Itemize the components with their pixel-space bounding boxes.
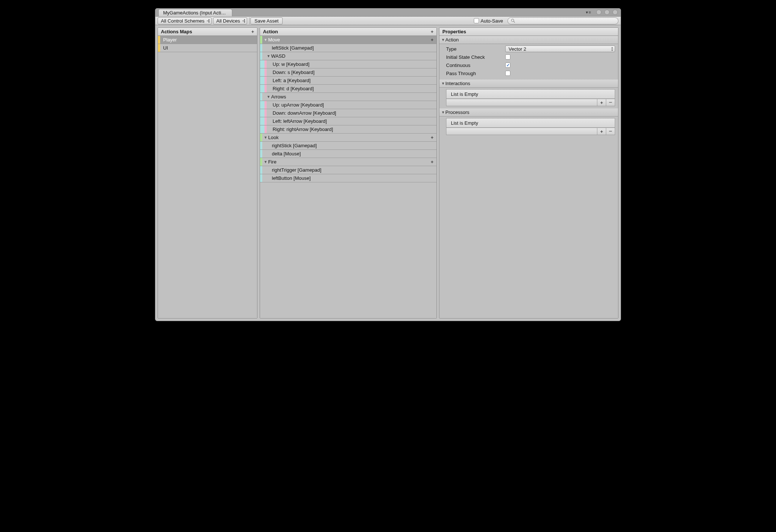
binding-row[interactable]: rightTrigger [Gamepad] xyxy=(260,166,436,174)
add-action-map-button[interactable]: + xyxy=(250,29,255,34)
pass-through-checkbox[interactable] xyxy=(505,71,510,76)
composite-label: WASD xyxy=(271,53,286,59)
color-bar xyxy=(260,44,262,52)
interactions-label: Interactions xyxy=(445,81,470,86)
action-foldout[interactable]: Action xyxy=(439,36,618,44)
composite-part-row[interactable]: Up: w [Keyboard] xyxy=(260,60,436,68)
actions-pane: Action + Move+leftStick [Gamepad]WASDUp:… xyxy=(260,27,437,319)
remove-interaction-button[interactable]: − xyxy=(606,99,615,106)
chevron-down-icon xyxy=(441,38,445,42)
action-row[interactable]: Look+ xyxy=(260,134,436,142)
color-bar xyxy=(264,60,267,68)
composite-part-row[interactable]: Left: leftArrow [Keyboard] xyxy=(260,117,436,125)
chevron-updown-icon xyxy=(611,46,613,51)
color-bar xyxy=(260,174,262,182)
color-bar xyxy=(158,44,160,52)
save-asset-button[interactable]: Save Asset xyxy=(250,17,283,24)
type-label: Type xyxy=(446,46,505,52)
color-bar xyxy=(260,158,262,166)
actions-list: Move+leftStick [Gamepad]WASDUp: w [Keybo… xyxy=(260,36,436,318)
action-row[interactable]: Move+ xyxy=(260,36,436,44)
add-binding-button[interactable]: + xyxy=(430,159,434,165)
type-value: Vector 2 xyxy=(509,46,526,52)
binding-row[interactable]: rightStick [Gamepad] xyxy=(260,142,436,150)
autosave-checkbox[interactable] xyxy=(474,18,479,23)
composite-row[interactable]: Arrows xyxy=(260,93,436,101)
action-section-label: Action xyxy=(445,37,459,43)
composite-row[interactable]: WASD xyxy=(260,52,436,60)
composite-part-row[interactable]: Left: a [Keyboard] xyxy=(260,77,436,85)
chevron-down-icon xyxy=(441,110,445,114)
part-label: Down: downArrow [Keyboard] xyxy=(273,110,336,116)
properties-body: Action Type Vector 2 Initial State Check xyxy=(439,36,618,318)
binding-row[interactable]: delta [Mouse] xyxy=(260,150,436,158)
action-map-row[interactable]: UI xyxy=(158,44,257,52)
initial-state-check-label: Initial State Check xyxy=(446,54,505,60)
window-dot-2[interactable] xyxy=(604,10,610,15)
color-bar xyxy=(264,125,267,133)
action-label: Move xyxy=(268,37,280,43)
action-maps-pane: Actions Maps + PlayerUI xyxy=(158,27,257,319)
search-input[interactable] xyxy=(507,17,618,24)
processors-label: Processors xyxy=(445,110,469,115)
chevron-down-icon xyxy=(264,38,267,42)
actions-title: Action xyxy=(263,29,278,34)
color-bar xyxy=(264,77,267,84)
add-binding-button[interactable]: + xyxy=(430,135,434,140)
interactions-empty: List is Empty xyxy=(446,89,615,99)
action-maps-header: Actions Maps + xyxy=(158,28,257,36)
body: Actions Maps + PlayerUI Action + Move+le… xyxy=(155,25,621,321)
action-maps-list: PlayerUI xyxy=(158,36,257,318)
initial-state-check-checkbox[interactable] xyxy=(505,54,510,60)
processors-empty-text: List is Empty xyxy=(451,120,478,126)
binding-label: delta [Mouse] xyxy=(272,151,301,156)
part-label: Up: upArrow [Keyboard] xyxy=(273,102,324,108)
window-dot-3[interactable] xyxy=(613,10,618,15)
binding-row[interactable]: leftStick [Gamepad] xyxy=(260,44,436,52)
composite-label: Arrows xyxy=(271,94,286,100)
window-dot-1[interactable] xyxy=(596,10,601,15)
binding-row[interactable]: leftButton [Mouse] xyxy=(260,174,436,182)
color-bar xyxy=(260,93,262,101)
action-row[interactable]: Fire+ xyxy=(260,158,436,166)
control-scheme-popup[interactable]: All Control Schemes xyxy=(158,17,212,24)
action-map-name: Player xyxy=(163,37,177,43)
binding-label: leftStick [Gamepad] xyxy=(272,45,314,51)
add-processor-button[interactable]: + xyxy=(597,128,606,135)
part-label: Left: leftArrow [Keyboard] xyxy=(273,118,327,124)
editor-window: MyGameActions (Input Acti… All Control S… xyxy=(155,8,621,321)
composite-part-row[interactable]: Down: s [Keyboard] xyxy=(260,68,436,77)
add-binding-button[interactable]: + xyxy=(430,37,434,43)
color-bar xyxy=(264,117,267,125)
window-tab[interactable]: MyGameActions (Input Acti… xyxy=(158,9,232,16)
type-popup[interactable]: Vector 2 xyxy=(505,46,615,52)
add-interaction-button[interactable]: + xyxy=(597,99,606,106)
remove-processor-button[interactable]: − xyxy=(606,128,615,135)
part-label: Left: a [Keyboard] xyxy=(273,78,311,83)
composite-part-row[interactable]: Down: downArrow [Keyboard] xyxy=(260,109,436,117)
interactions-foldout[interactable]: Interactions xyxy=(439,80,618,88)
binding-label: leftButton [Mouse] xyxy=(272,175,311,181)
continuous-checkbox[interactable] xyxy=(505,63,510,68)
color-bar xyxy=(260,52,262,60)
color-bar xyxy=(264,101,267,109)
part-label: Down: s [Keyboard] xyxy=(273,70,314,75)
add-action-button[interactable]: + xyxy=(430,29,434,34)
devices-popup[interactable]: All Devices xyxy=(213,17,247,24)
composite-part-row[interactable]: Right: d [Keyboard] xyxy=(260,85,436,93)
properties-header: Properties xyxy=(439,28,618,36)
part-label: Up: w [Keyboard] xyxy=(273,61,310,67)
color-bar xyxy=(264,109,267,117)
composite-part-row[interactable]: Up: upArrow [Keyboard] xyxy=(260,101,436,109)
action-maps-title: Actions Maps xyxy=(161,29,192,34)
tab-menu-icon[interactable] xyxy=(585,10,592,15)
action-properties: Type Vector 2 Initial State Check Contin… xyxy=(439,44,618,80)
binding-label: rightStick [Gamepad] xyxy=(272,143,317,148)
composite-part-row[interactable]: Right: rightArrow [Keyboard] xyxy=(260,125,436,134)
actions-header: Action + xyxy=(260,28,436,36)
action-label: Fire xyxy=(268,159,276,165)
action-map-row[interactable]: Player xyxy=(158,36,257,44)
color-bar xyxy=(260,134,262,141)
processors-foldout[interactable]: Processors xyxy=(439,108,618,117)
search-icon xyxy=(511,18,515,23)
